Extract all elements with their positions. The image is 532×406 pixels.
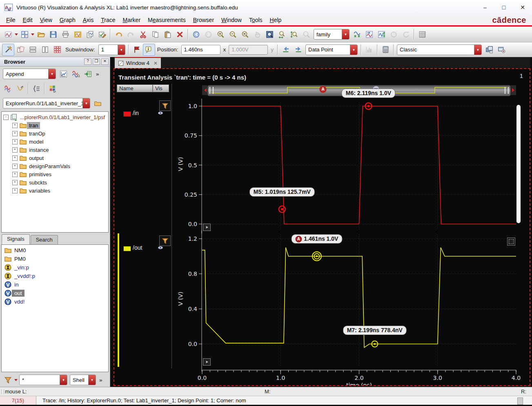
tree-item-designParamVals[interactable]: +designParamVals xyxy=(2,162,108,170)
strip-options-icon[interactable] xyxy=(507,237,515,246)
tab-search[interactable]: Search xyxy=(31,235,58,244)
combo-arrow-icon[interactable]: ▾ xyxy=(60,375,67,385)
flip-waveform-button[interactable] xyxy=(375,28,387,40)
window-options-button[interactable] xyxy=(495,44,508,56)
combo-arrow-icon[interactable]: ▾ xyxy=(350,45,357,55)
tree-item-tranOp[interactable]: +tranOp xyxy=(2,129,108,138)
menu-measurements[interactable]: Measurements xyxy=(144,15,189,25)
filter-combo[interactable]: *▾ xyxy=(19,375,67,385)
save-image-button[interactable] xyxy=(71,28,84,40)
menu-graph[interactable]: Graph xyxy=(56,15,79,25)
export-table-button[interactable] xyxy=(82,68,94,80)
help-icon[interactable]: ? xyxy=(84,58,91,65)
combo-arrow-icon[interactable]: ▾ xyxy=(474,45,481,55)
signal-item-_vvdd!:p[interactable]: _vvdd!:p xyxy=(2,272,108,280)
resize-grip[interactable] xyxy=(517,397,523,405)
data-table-button[interactable] xyxy=(416,28,428,40)
expand-icon[interactable]: + xyxy=(12,164,18,169)
menu-tools[interactable]: Tools xyxy=(245,15,266,25)
minimize-button[interactable]: – xyxy=(476,0,494,14)
combo-arrow-icon[interactable]: ▾ xyxy=(342,29,349,39)
plot-table-button[interactable] xyxy=(47,82,59,95)
print-button[interactable] xyxy=(59,28,71,40)
results-combo[interactable]: ExplorerRun.0/1/Lab1_inverter_1/psf▾ xyxy=(3,98,90,109)
histogram-button[interactable] xyxy=(363,44,375,56)
expand-icon[interactable]: + xyxy=(12,147,18,153)
menu-edit[interactable]: Edit xyxy=(19,15,36,25)
expand-icon[interactable]: + xyxy=(12,139,18,144)
close-button[interactable]: ✕ xyxy=(513,0,532,14)
probe-cards-button[interactable] xyxy=(14,44,27,56)
signal-item-out[interactable]: out xyxy=(2,289,108,297)
reload-results-button[interactable] xyxy=(400,28,412,40)
tree-item-primitives[interactable]: +primitives xyxy=(2,170,108,178)
combo-arrow-icon[interactable]: ▾ xyxy=(48,69,56,79)
expressions-list-button[interactable] xyxy=(30,82,42,95)
delete-button[interactable] xyxy=(174,28,186,40)
update-results-button[interactable] xyxy=(387,28,400,40)
zoom-fit-button[interactable] xyxy=(263,28,276,40)
graph-canvas[interactable]: Transient Analysis `tran': time = (0 s -… xyxy=(114,68,530,386)
open-button[interactable] xyxy=(35,28,47,40)
copy-appearance-button[interactable] xyxy=(483,44,495,56)
combo-arrow-icon[interactable]: ▾ xyxy=(88,375,96,385)
zoom-out-button[interactable] xyxy=(227,28,239,40)
tree-item-tran[interactable]: +tran xyxy=(2,121,108,129)
tab-signals[interactable]: Signals xyxy=(2,234,30,244)
info-balloon-button[interactable] xyxy=(143,44,155,56)
zoom-x-button[interactable] xyxy=(239,28,251,40)
window-layout-button[interactable] xyxy=(18,28,31,40)
tab-close-icon[interactable]: ✕ xyxy=(154,60,158,66)
dropdown-arrow-icon[interactable] xyxy=(14,375,18,385)
tree-item-output[interactable]: +output xyxy=(2,154,108,162)
undock-icon[interactable]: ❐ xyxy=(93,58,100,65)
previous-point-button[interactable] xyxy=(280,44,292,56)
calculator-button[interactable] xyxy=(379,44,392,56)
exchange-sweep-button[interactable] xyxy=(363,28,375,40)
tab-window-4[interactable]: Window 4 ✕ xyxy=(115,57,161,68)
menu-help[interactable]: Help xyxy=(266,15,285,25)
vertical-scrollbar-thumb[interactable] xyxy=(516,105,521,223)
plot-region[interactable]: 1.00.750.50.250.01.20.80.40.00.01.02.03.… xyxy=(114,69,530,385)
position-x-input[interactable] xyxy=(181,45,220,55)
menu-browser[interactable]: Browser xyxy=(189,15,218,25)
tree-item-variables[interactable]: +variables xyxy=(2,186,108,195)
subwindow-combo[interactable]: 1▾ xyxy=(98,44,125,55)
signal-item-PM0[interactable]: PM0 xyxy=(2,255,108,263)
plot-mode-combo[interactable]: Append▾ xyxy=(3,69,56,79)
expand-icon[interactable]: + xyxy=(12,131,18,136)
combo-arrow-icon[interactable]: ▾ xyxy=(118,45,125,55)
dropdown-arrow-icon[interactable] xyxy=(31,29,35,40)
cut-button[interactable] xyxy=(137,28,149,40)
menu-marker[interactable]: Marker xyxy=(119,15,145,25)
marker-label-M7[interactable]: M7: 2.199ns 778.4nV xyxy=(343,326,407,335)
signal-item-_vin:p[interactable]: _vin:p xyxy=(2,263,108,272)
tree-item-subckts[interactable]: +subckts xyxy=(2,178,108,186)
open-results-button[interactable] xyxy=(91,97,104,109)
maximize-button[interactable]: □ xyxy=(494,0,513,14)
position-y-input[interactable] xyxy=(229,45,268,55)
tree-item-instance[interactable]: +instance xyxy=(2,146,108,154)
signal-item-in[interactable]: in xyxy=(2,280,108,289)
browse-waveforms-button[interactable] xyxy=(69,68,82,80)
undo-button[interactable] xyxy=(112,28,125,40)
copy-button[interactable] xyxy=(149,28,161,40)
filter-funnel-button[interactable] xyxy=(2,374,14,386)
expand-icon[interactable]: + xyxy=(12,172,18,177)
signal-item-vdd![interactable]: vdd! xyxy=(2,297,108,306)
paste-button[interactable] xyxy=(161,28,174,40)
zoom-in-y-button[interactable] xyxy=(288,28,300,40)
next-point-button[interactable] xyxy=(292,44,304,56)
edit-properties-button[interactable] xyxy=(96,28,108,40)
family-combo[interactable]: family▾ xyxy=(314,29,349,40)
marker-label-M6[interactable]: M6: 2.119ns 1.0V xyxy=(342,89,395,98)
redo-button[interactable] xyxy=(125,28,137,40)
tree-root[interactable]: -...plorerRun.0/1/Lab1_inverter_1/psf xyxy=(2,113,108,121)
strip-vertical-button[interactable] xyxy=(39,44,51,56)
pick-signal-button[interactable] xyxy=(14,82,26,95)
copy-graph-button[interactable] xyxy=(84,28,96,40)
appearance-combo[interactable]: Classic▾ xyxy=(397,44,482,55)
collapse-icon[interactable]: - xyxy=(3,115,9,120)
expand-icon[interactable]: + xyxy=(12,188,18,193)
strip-grid-button[interactable] xyxy=(51,44,63,56)
